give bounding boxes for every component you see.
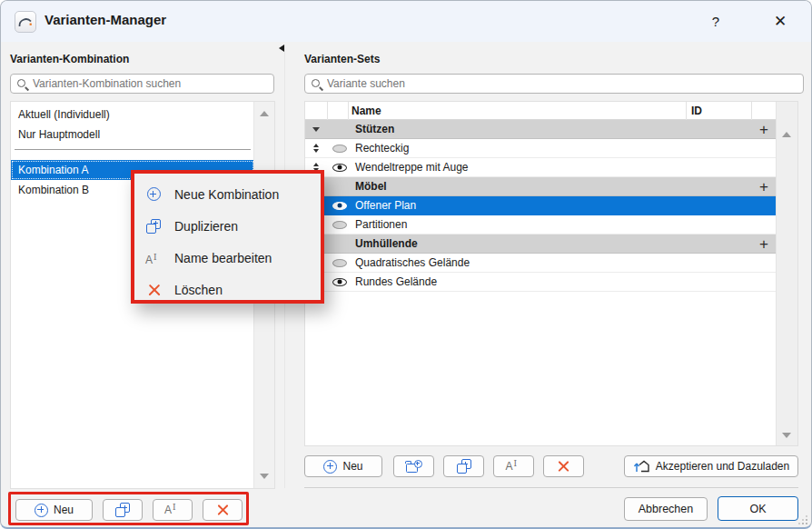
footer-separator xyxy=(304,487,798,488)
eye-closed-icon[interactable] xyxy=(332,145,347,153)
eye-open-icon[interactable] xyxy=(332,202,347,210)
variant-row[interactable]: Wendeltreppe mit Auge xyxy=(305,158,777,177)
variant-name: Partitionen xyxy=(352,218,407,231)
column-header-id[interactable]: ID xyxy=(691,105,702,117)
varianten-manager-dialog: Varianten-Manager ? ✕ Varianten-Kombinat… xyxy=(0,0,812,529)
new-button-label: Neu xyxy=(342,460,362,473)
group-row[interactable]: Möbel + xyxy=(305,177,777,196)
new-variant-set-button[interactable]: Neu xyxy=(304,455,382,477)
reorder-handle-icon[interactable] xyxy=(313,144,319,153)
plus-circle-icon xyxy=(147,187,161,201)
variant-row-selected[interactable]: Offener Plan xyxy=(305,196,777,215)
list-item[interactable]: Nur Hauptmodell xyxy=(11,125,254,145)
combination-context-menu: Neue Kombination Duplizieren AI Name bea… xyxy=(131,170,324,304)
group-name: Umhüllende xyxy=(352,237,418,250)
archicad-app-icon xyxy=(15,11,36,33)
group-row[interactable]: Umhüllende + xyxy=(305,235,777,254)
rename-combination-button[interactable]: AI xyxy=(153,499,193,521)
duplicate-icon xyxy=(457,459,471,474)
delete-variant-button[interactable] xyxy=(543,455,584,477)
add-variant-icon[interactable]: + xyxy=(759,120,768,139)
help-button[interactable]: ? xyxy=(701,8,730,34)
group-row[interactable]: Stützen + xyxy=(305,120,777,139)
combination-search-input[interactable] xyxy=(33,77,273,90)
accept-and-load-button[interactable]: Akzeptieren und Dazuladen xyxy=(624,455,798,477)
menu-item-label: Name bearbeiten xyxy=(174,251,272,265)
eye-closed-icon[interactable] xyxy=(332,221,347,229)
variant-search-box[interactable] xyxy=(304,74,804,94)
right-panel-title: Varianten-Sets xyxy=(304,53,380,65)
menu-item-label: Duplizieren xyxy=(174,219,238,234)
duplicate-variant-button[interactable] xyxy=(443,455,484,477)
accept-button-label: Akzeptieren und Dazuladen xyxy=(656,460,789,473)
menu-item-rename[interactable]: AI Name bearbeiten xyxy=(134,242,321,274)
variant-name: Rundes Gelände xyxy=(352,275,437,288)
delete-x-icon xyxy=(216,504,229,516)
variant-search-input[interactable] xyxy=(327,77,803,90)
collapse-panel-icon[interactable] xyxy=(279,45,284,52)
delete-x-icon xyxy=(147,284,160,296)
variant-name: Offener Plan xyxy=(352,199,416,212)
delete-x-icon xyxy=(558,460,570,473)
plus-circle-icon xyxy=(35,504,48,517)
variant-row[interactable]: Rundes Gelände xyxy=(305,273,777,292)
plus-circle-icon xyxy=(323,460,337,474)
rename-icon: AI xyxy=(164,504,181,516)
house-up-arrow-icon xyxy=(633,459,650,474)
variant-row[interactable]: Rechteckig xyxy=(305,139,777,158)
variant-row[interactable]: Partitionen xyxy=(305,215,777,235)
cancel-button[interactable]: Abbrechen xyxy=(624,497,708,521)
scroll-down-icon[interactable] xyxy=(782,433,791,438)
window-title: Varianten-Manager xyxy=(45,12,166,27)
variant-row[interactable]: Quadratisches Gelände xyxy=(305,254,777,273)
duplicate-icon xyxy=(115,503,130,517)
search-icon xyxy=(16,78,28,90)
combination-search-box[interactable] xyxy=(10,74,274,94)
group-name: Möbel xyxy=(352,180,387,193)
duplicate-combination-button[interactable] xyxy=(103,499,143,521)
menu-item-label: Löschen xyxy=(174,283,223,297)
folder-plus-icon xyxy=(406,460,422,474)
scroll-up-icon[interactable] xyxy=(260,111,269,116)
duplicate-icon xyxy=(146,219,161,234)
menu-item-delete[interactable]: Löschen xyxy=(134,274,321,305)
menu-item-duplicate[interactable]: Duplizieren xyxy=(134,210,321,242)
new-button-label: Neu xyxy=(54,504,74,516)
list-divider xyxy=(15,149,251,150)
list-item[interactable]: Aktuell (Individuell) xyxy=(11,105,254,125)
add-variant-icon[interactable]: + xyxy=(759,235,768,254)
eye-closed-icon[interactable] xyxy=(332,259,347,267)
rename-icon: AI xyxy=(145,252,162,264)
ok-button[interactable]: OK xyxy=(718,496,798,521)
delete-combination-button[interactable] xyxy=(203,499,243,521)
rename-variant-button[interactable]: AI xyxy=(493,455,534,477)
close-button[interactable]: ✕ xyxy=(766,8,795,34)
variant-sets-table: Name ID Stützen + Rechteckig Wendeltrepp… xyxy=(304,101,798,446)
collapse-group-icon[interactable] xyxy=(312,127,320,132)
table-header: Name ID xyxy=(305,102,777,120)
scroll-down-icon[interactable] xyxy=(260,474,269,479)
rename-icon: AI xyxy=(506,460,522,473)
resize-grip[interactable] xyxy=(798,515,807,524)
eye-open-icon[interactable] xyxy=(332,278,347,286)
group-name: Stützen xyxy=(352,123,394,135)
variant-table-scrollbar[interactable] xyxy=(776,102,797,445)
add-variant-icon[interactable]: + xyxy=(759,177,768,196)
search-icon xyxy=(311,78,322,90)
column-header-name[interactable]: Name xyxy=(352,105,381,117)
menu-item-label: Neue Kombination xyxy=(174,187,279,202)
variant-name: Wendeltreppe mit Auge xyxy=(352,161,469,174)
new-combination-button[interactable]: Neu xyxy=(15,499,93,521)
variant-name: Rechteckig xyxy=(352,142,409,155)
eye-open-icon[interactable] xyxy=(332,164,347,172)
title-bar: Varianten-Manager ? ✕ xyxy=(1,1,811,42)
new-variant-in-set-button[interactable] xyxy=(393,455,434,477)
left-panel-title: Varianten-Kombination xyxy=(10,53,129,65)
scroll-up-icon[interactable] xyxy=(782,132,791,137)
variant-name: Quadratisches Gelände xyxy=(352,256,470,269)
menu-item-new-combination[interactable]: Neue Kombination xyxy=(134,178,321,210)
